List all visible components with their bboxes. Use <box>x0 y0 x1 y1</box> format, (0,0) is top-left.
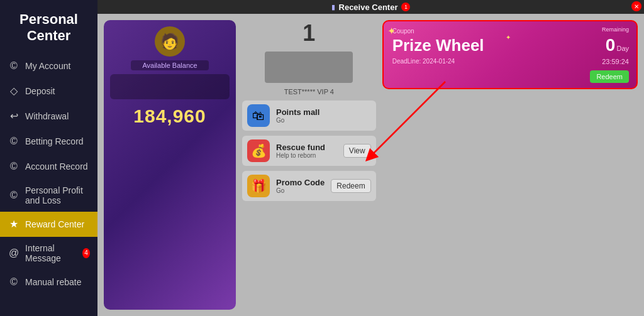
internal-message-icon: @ <box>8 247 20 259</box>
coupon-remaining-label: Remaining <box>602 26 629 33</box>
balance-box <box>110 74 230 99</box>
betting-record-icon: © <box>8 135 20 148</box>
content-area: 🧑 Available Balance 184,960 1 TEST***** … <box>97 14 644 316</box>
main-content: ▮ Receive Center 1 ✕ 🧑 Available Balance… <box>97 0 644 316</box>
sidebar-item-betting-record[interactable]: © Betting Record <box>0 129 97 154</box>
sidebar-item-my-account[interactable]: © My Account <box>0 53 97 79</box>
topbar-badge: 1 <box>401 3 410 11</box>
sparkle-mid: ✦ <box>506 34 511 41</box>
coupon-panel: ✦ ✦ Coupon Prize Wheel DeadLine: 2024-01… <box>382 20 638 310</box>
deposit-icon: ◇ <box>8 85 20 97</box>
avatar: 🧑 <box>155 26 185 57</box>
user-card: 🧑 Available Balance 184,960 <box>104 20 236 310</box>
sidebar-item-deposit[interactable]: ◇ Deposit <box>0 79 97 104</box>
sidebar-item-internal-message[interactable]: @ Internal Message 4 <box>0 237 97 270</box>
svg-line-1 <box>370 82 445 157</box>
topbar-icon: ▮ <box>331 3 335 11</box>
my-account-icon: © <box>8 60 20 72</box>
sidebar-item-personal-profit[interactable]: © Personal Profit and Loss <box>0 179 97 212</box>
reward-center-icon: ★ <box>8 218 20 231</box>
internal-message-badge: 4 <box>82 248 90 258</box>
annotation-arrow <box>257 44 508 170</box>
close-button[interactable]: ✕ <box>631 1 641 11</box>
coupon-days-num: 0 <box>606 35 616 55</box>
coupon-redeem-button[interactable]: Redeem <box>590 70 629 83</box>
sidebar-title: PersonalCenter <box>0 0 97 53</box>
promo-code-title: Promo Code <box>276 178 325 187</box>
sidebar-item-account-record[interactable]: © Account Record <box>0 154 97 179</box>
withdrawal-icon: ↩ <box>8 110 20 123</box>
coupon-right: Remaining 0 Day 23:59:24 Redeem <box>590 26 629 83</box>
sidebar-item-reward-center[interactable]: ★ Reward Center <box>0 212 97 237</box>
sidebar: PersonalCenter © My Account ◇ Deposit ↩ … <box>0 0 97 316</box>
feature-promo-code[interactable]: 🎁 Promo Code Go Redeem <box>242 171 376 201</box>
promo-code-redeem-button[interactable]: Redeem <box>331 179 370 193</box>
coupon-days-label: Day <box>616 45 629 52</box>
topbar-title: Receive Center <box>339 3 398 12</box>
top-bar: ▮ Receive Center 1 ✕ <box>97 0 644 14</box>
sparkle-left: ✦ <box>387 25 396 37</box>
account-record-icon: © <box>8 160 20 173</box>
coupon-time: 23:59:24 <box>602 58 629 65</box>
arrow-area <box>382 94 638 195</box>
coupon-days: 0 Day <box>606 35 629 55</box>
manual-rebate-icon: © <box>8 276 20 288</box>
sidebar-item-withdrawal[interactable]: ↩ Withdrawal <box>0 104 97 129</box>
available-balance-label: Available Balance <box>131 60 208 70</box>
personal-profit-icon: © <box>8 189 20 202</box>
promo-code-sub: Go <box>276 187 325 194</box>
sidebar-item-manual-rebate[interactable]: © Manual rebate <box>0 270 97 295</box>
vip-number: 1 <box>242 20 376 46</box>
balance-amount: 184,960 <box>133 106 206 127</box>
promo-code-icon: 🎁 <box>247 175 270 197</box>
